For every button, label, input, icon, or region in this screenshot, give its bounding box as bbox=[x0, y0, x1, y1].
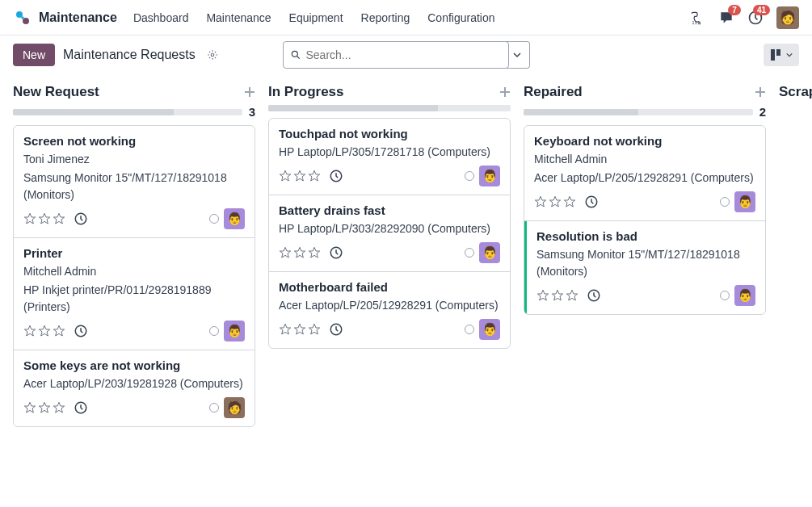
star-icon[interactable] bbox=[308, 170, 321, 182]
status-dot[interactable] bbox=[720, 197, 730, 207]
star-icon[interactable] bbox=[279, 323, 292, 336]
assignee-avatar[interactable]: 🧑 bbox=[224, 397, 245, 418]
search-box[interactable] bbox=[283, 41, 509, 69]
controlbar-right bbox=[764, 44, 799, 66]
clock-icon[interactable] bbox=[74, 324, 88, 338]
column-title[interactable]: New Request bbox=[13, 84, 99, 100]
nav-link-dashboard[interactable]: Dashboard bbox=[133, 11, 189, 24]
column-add-button[interactable] bbox=[499, 86, 511, 98]
status-dot[interactable] bbox=[465, 171, 474, 181]
star-icon[interactable] bbox=[38, 325, 51, 337]
nav-link-reporting[interactable]: Reporting bbox=[361, 11, 410, 24]
svg-point-9 bbox=[211, 53, 214, 57]
star-icon[interactable] bbox=[279, 170, 292, 182]
kanban-card[interactable]: Battery drains fast HP Laptop/LP/303/282… bbox=[269, 195, 510, 272]
column-progress-bar[interactable] bbox=[13, 109, 242, 115]
star-icon[interactable] bbox=[23, 212, 36, 225]
kanban-card[interactable]: Touchpad not working HP Laptop/LP/305/17… bbox=[269, 119, 510, 195]
star-icon[interactable] bbox=[293, 170, 306, 182]
status-dot[interactable] bbox=[720, 291, 730, 300]
column-header: New Request bbox=[13, 84, 255, 100]
star-icon[interactable] bbox=[38, 401, 51, 414]
star-icon[interactable] bbox=[534, 195, 547, 208]
star-icon[interactable] bbox=[293, 246, 306, 259]
kanban-view-button[interactable] bbox=[764, 44, 799, 66]
priority-stars[interactable] bbox=[536, 289, 578, 302]
user-avatar[interactable]: 🧑 bbox=[776, 6, 799, 29]
assignee-avatar[interactable]: 👨 bbox=[734, 285, 755, 306]
app-name[interactable]: Maintenance bbox=[39, 10, 117, 25]
star-icon[interactable] bbox=[38, 212, 51, 225]
priority-stars[interactable] bbox=[279, 323, 321, 336]
clock-icon[interactable] bbox=[587, 288, 601, 303]
card-title: Motherboard failed bbox=[279, 280, 500, 294]
column-progress-row: 3 bbox=[13, 105, 255, 119]
status-dot[interactable] bbox=[209, 403, 219, 413]
kanban-card[interactable]: Resolution is bad Samsung Monitor 15"/MT… bbox=[524, 221, 765, 314]
column-progress-bar[interactable] bbox=[524, 109, 753, 115]
kanban-card[interactable]: Keyboard not working Mitchell Admin Acer… bbox=[524, 126, 765, 221]
column-title[interactable]: Repaired bbox=[524, 84, 583, 100]
status-dot[interactable] bbox=[465, 248, 474, 258]
column-title[interactable]: In Progress bbox=[268, 84, 344, 100]
svg-point-10 bbox=[292, 51, 297, 57]
star-icon[interactable] bbox=[549, 195, 562, 208]
star-icon[interactable] bbox=[293, 323, 306, 336]
kanban-card[interactable]: Screen not working Toni Jimenez Samsung … bbox=[14, 126, 255, 238]
star-icon[interactable] bbox=[566, 289, 578, 302]
breadcrumb[interactable]: Maintenance Requests bbox=[63, 48, 196, 62]
column-scrap[interactable]: Scrap bbox=[779, 84, 812, 100]
nav-link-maintenance[interactable]: Maintenance bbox=[206, 11, 271, 24]
star-icon[interactable] bbox=[563, 195, 576, 208]
star-icon[interactable] bbox=[23, 325, 36, 337]
clock-icon[interactable] bbox=[329, 322, 343, 337]
priority-stars[interactable] bbox=[23, 212, 65, 225]
assignee-avatar[interactable]: 👨 bbox=[224, 208, 245, 229]
nav-link-equipment[interactable]: Equipment bbox=[289, 11, 343, 24]
search-input[interactable] bbox=[306, 48, 502, 61]
priority-stars[interactable] bbox=[279, 246, 321, 259]
clock-icon[interactable] bbox=[329, 169, 343, 183]
column-add-button[interactable] bbox=[755, 86, 766, 98]
clock-icon[interactable] bbox=[329, 245, 343, 260]
priority-stars[interactable] bbox=[534, 195, 576, 208]
star-icon[interactable] bbox=[308, 246, 321, 259]
activity-icon[interactable]: 41 bbox=[747, 10, 764, 26]
new-button[interactable]: New bbox=[13, 44, 55, 66]
star-icon[interactable] bbox=[308, 323, 321, 336]
status-dot[interactable] bbox=[209, 214, 219, 224]
status-dot[interactable] bbox=[465, 325, 474, 334]
star-icon[interactable] bbox=[279, 246, 292, 259]
kanban-card[interactable]: Printer Mitchell Admin HP Inkjet printer… bbox=[14, 238, 255, 350]
assignee-avatar[interactable]: 👨 bbox=[479, 319, 500, 340]
star-icon[interactable] bbox=[536, 289, 549, 302]
star-icon[interactable] bbox=[551, 289, 564, 302]
star-icon[interactable] bbox=[23, 401, 36, 414]
assignee-avatar[interactable]: 👨 bbox=[734, 191, 755, 212]
column-header: In Progress bbox=[268, 84, 511, 100]
star-icon[interactable] bbox=[53, 401, 65, 414]
star-icon[interactable] bbox=[53, 325, 65, 337]
clock-icon[interactable] bbox=[74, 400, 88, 415]
priority-stars[interactable] bbox=[23, 401, 65, 414]
assignee-avatar[interactable]: 👨 bbox=[224, 321, 245, 341]
search-dropdown[interactable] bbox=[506, 41, 530, 69]
priority-stars[interactable] bbox=[23, 325, 65, 337]
gear-icon[interactable] bbox=[207, 49, 218, 61]
status-dot[interactable] bbox=[209, 326, 219, 336]
assignee-avatar[interactable]: 👨 bbox=[479, 166, 500, 186]
clock-icon[interactable] bbox=[74, 212, 88, 226]
chat-icon[interactable]: 7 bbox=[718, 10, 734, 26]
phone-icon[interactable] bbox=[689, 10, 705, 26]
column-progress-bar[interactable] bbox=[268, 105, 511, 111]
kanban-card[interactable]: Motherboard failed Acer Laptop/LP/205/12… bbox=[269, 272, 510, 348]
kanban-column: Repaired 2 Keyboard not working Mitchell… bbox=[524, 84, 766, 315]
app-logo-icon[interactable] bbox=[13, 8, 32, 27]
column-add-button[interactable] bbox=[244, 86, 255, 98]
assignee-avatar[interactable]: 👨 bbox=[479, 242, 500, 263]
kanban-card[interactable]: Some keys are not working Acer Laptop/LP… bbox=[14, 350, 255, 426]
star-icon[interactable] bbox=[53, 212, 65, 225]
priority-stars[interactable] bbox=[279, 170, 321, 182]
nav-link-configuration[interactable]: Configuration bbox=[427, 11, 494, 24]
clock-icon[interactable] bbox=[584, 195, 599, 209]
